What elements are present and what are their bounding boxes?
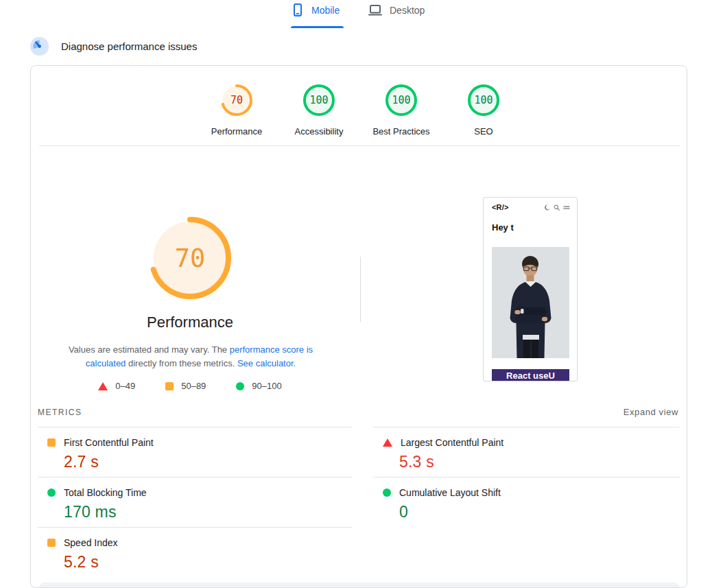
category-label: Best Practices (372, 126, 429, 137)
site-logo: <R/> (492, 203, 509, 211)
legend-item-0-49: 0–49 (98, 381, 135, 391)
thumbnail-site-header: <R/> (492, 203, 570, 211)
category-seo[interactable]: 100SEO (446, 84, 521, 137)
tab-desktop-label: Desktop (390, 5, 425, 16)
metric-speed-index: Speed Index5.2 s (38, 527, 352, 577)
category-best-practices[interactable]: 100Best Practices (364, 84, 439, 137)
category-label: Accessibility (295, 126, 344, 137)
metric-name: Speed Index (64, 537, 118, 548)
score-range-legend: 0–4950–8990–100 (58, 381, 322, 391)
site-banner-text: React useU (506, 369, 555, 381)
expand-view-button[interactable]: Expand view (624, 407, 680, 417)
site-banner: React useU (492, 369, 569, 381)
metric-value: 0 (399, 503, 680, 521)
category-gauge: 100 (385, 84, 418, 117)
score-disclaimer: Values are estimated and may vary. The p… (64, 343, 318, 371)
circle-icon (383, 489, 391, 497)
legend-range: 0–49 (115, 381, 135, 391)
active-tab-underline (291, 26, 344, 28)
category-gauge: 70 (220, 84, 253, 117)
pagespeed-report: Mobile Desktop Diagnose performance issu… (0, 0, 712, 588)
category-score-value: 100 (385, 84, 418, 117)
metric-name: Total Blocking Time (64, 487, 147, 498)
metric-largest-contentful-paint: Largest Contentful Paint5.3 s (373, 427, 680, 477)
metrics-heading: METRICS (38, 408, 82, 417)
metrics-column-left: First Contentful Paint2.7 sTotal Blockin… (38, 427, 352, 577)
lighthouse-report-card: 70Performance100Accessibility100Best Pra… (30, 65, 687, 588)
legend-range: 50–89 (181, 381, 206, 391)
performance-gauge: 70 (149, 217, 231, 299)
triangle-icon (98, 382, 108, 390)
legend-item-90-100: 90–100 (236, 381, 281, 391)
triangle-icon (383, 438, 392, 447)
circle-icon (236, 382, 244, 390)
category-gauge: 100 (302, 84, 335, 117)
metric-value: 5.3 s (399, 453, 680, 471)
square-icon (47, 539, 56, 547)
performance-gauge-title: Performance (58, 314, 322, 331)
metrics-column-right: Largest Contentful Paint5.3 sCumulative … (373, 427, 680, 527)
category-label: Performance (211, 126, 262, 137)
category-performance[interactable]: 70Performance (199, 84, 274, 137)
diagnose-title: Diagnose performance issues (61, 40, 197, 52)
site-hero-heading: Hey t (492, 222, 514, 233)
tab-desktop[interactable]: Desktop (368, 3, 425, 17)
performance-score-value: 70 (149, 217, 231, 299)
disclaimer-text-2: directly from these metrics. (126, 358, 237, 368)
metric-name: Cumulative Layout Shift (399, 487, 501, 498)
metric-name: Largest Contentful Paint (401, 437, 503, 448)
desktop-laptop-icon (368, 3, 383, 17)
metric-name: First Contentful Paint (64, 437, 154, 448)
category-score-value: 100 (302, 84, 335, 117)
see-calculator-link[interactable]: See calculator. (237, 358, 296, 368)
metric-first-contentful-paint: First Contentful Paint2.7 s (38, 427, 352, 477)
legend-item-50-89: 50–89 (165, 381, 206, 391)
category-score-row: 70Performance100Accessibility100Best Pra… (199, 84, 521, 137)
category-accessibility[interactable]: 100Accessibility (281, 84, 357, 137)
category-gauge: 100 (467, 84, 500, 117)
category-score-value: 70 (220, 84, 253, 117)
diagnose-section-header: Diagnose performance issues (30, 37, 197, 56)
collapsed-section-bar[interactable] (39, 583, 680, 588)
dark-mode-moon-icon (544, 204, 550, 211)
metric-value: 5.2 s (64, 553, 352, 572)
site-header-icons (544, 204, 570, 211)
tab-mobile-label: Mobile (311, 5, 340, 16)
square-icon (47, 438, 56, 447)
person-photo (492, 247, 569, 358)
page-screenshot-thumbnail: <R/> Hey t (483, 197, 578, 381)
speedometer-icon (30, 37, 49, 56)
mobile-phone-icon (291, 3, 305, 17)
legend-range: 90–100 (252, 381, 281, 391)
metric-value: 2.7 s (64, 453, 352, 471)
square-icon (165, 382, 174, 390)
metrics-header: METRICS Expand view (38, 407, 680, 417)
score-row-divider (39, 145, 680, 146)
disclaimer-text-1: Values are estimated and may vary. The (69, 344, 230, 355)
category-score-value: 100 (467, 84, 500, 117)
circle-icon (47, 489, 56, 497)
metric-total-blocking-time: Total Blocking Time170 ms (38, 477, 352, 527)
tab-mobile[interactable]: Mobile (291, 3, 340, 17)
metric-cumulative-layout-shift: Cumulative Layout Shift0 (373, 477, 680, 527)
panel-divider (360, 257, 361, 322)
metric-value: 170 ms (64, 503, 352, 521)
search-icon (554, 204, 560, 211)
category-label: SEO (474, 126, 493, 137)
hamburger-menu-icon (563, 204, 570, 211)
device-tabbar: Mobile Desktop (0, 0, 712, 30)
